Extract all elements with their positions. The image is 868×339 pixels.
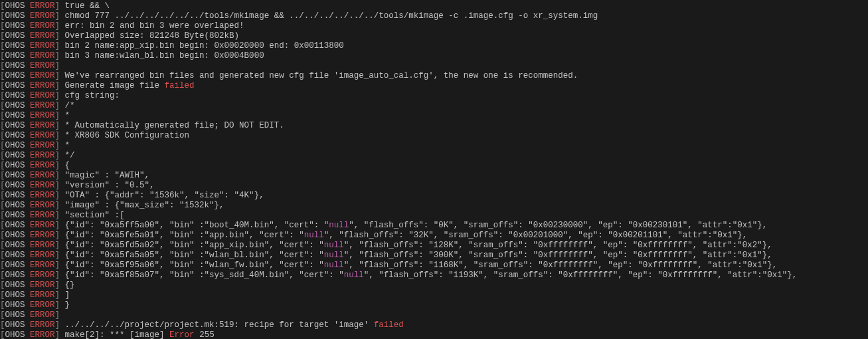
log-source: OHOS <box>5 61 25 70</box>
log-level: ERROR <box>30 221 55 230</box>
bracket-close: ] <box>55 251 60 260</box>
null-keyword: null <box>329 221 349 230</box>
log-source: OHOS <box>5 51 25 60</box>
bracket-close: ] <box>55 281 60 290</box>
bracket-open: [ <box>0 261 5 270</box>
log-source: OHOS <box>5 161 25 170</box>
log-source: OHOS <box>5 121 25 130</box>
log-level: ERROR <box>30 21 55 31</box>
bracket-open: [ <box>0 330 5 339</box>
log-source: OHOS <box>5 11 25 21</box>
log-message: } <box>60 300 70 310</box>
log-line: [OHOS ERROR] {"id": "0xa5fd5a02", "bin" … <box>0 241 868 251</box>
bracket-open: [ <box>0 111 5 120</box>
bracket-close: ] <box>55 241 60 250</box>
log-line: [OHOS ERROR] } <box>0 300 868 310</box>
log-level: ERROR <box>30 241 55 250</box>
log-level: ERROR <box>30 251 55 260</box>
null-keyword: null <box>324 261 344 270</box>
log-message: "OTA" : {"addr": "1536k", "size": "4K"}, <box>60 191 264 200</box>
log-line: [OHOS ERROR] {} <box>0 281 868 290</box>
log-message: bin 2 name:app_xip.bin begin: 0x00020000… <box>60 41 344 51</box>
bracket-open: [ <box>0 131 5 140</box>
log-message: err: bin 2 and bin 3 were overlaped! <box>60 21 244 31</box>
bracket-close: ] <box>55 31 60 41</box>
bracket-open: [ <box>0 290 5 300</box>
log-source: OHOS <box>5 241 25 250</box>
log-message: * <box>60 111 70 120</box>
log-line: [OHOS ERROR] "magic" : "AWIH", <box>0 171 868 181</box>
log-source: OHOS <box>5 310 25 320</box>
log-line: [OHOS ERROR] {"id": "0xa5fa5a05", "bin" … <box>0 251 868 261</box>
bracket-open: [ <box>0 310 5 320</box>
log-message: * XR806 SDK Configuration <box>60 131 189 140</box>
bracket-close: ] <box>55 171 60 180</box>
bracket-close: ] <box>55 221 60 230</box>
log-message: "section" :[ <box>60 211 125 220</box>
log-message: chmod 777 ../../../../../../tools/mkimag… <box>60 11 598 21</box>
log-line: [OHOS ERROR] * Automatically generated f… <box>0 121 868 131</box>
log-level: ERROR <box>30 31 55 41</box>
bracket-open: [ <box>0 211 5 220</box>
bracket-close: ] <box>55 11 60 21</box>
log-line: [OHOS ERROR] { <box>0 161 868 171</box>
log-line: [OHOS ERROR] "OTA" : {"addr": "1536k", "… <box>0 191 868 201</box>
log-message: {"id": "0xa5ff5a00", "bin" :"boot_40M.bi… <box>60 221 329 230</box>
bracket-open: [ <box>0 231 5 240</box>
log-source: OHOS <box>5 211 25 220</box>
bracket-close: ] <box>55 131 60 140</box>
log-line: [OHOS ERROR] ../../../../project/project… <box>0 320 868 330</box>
log-message: {"id": "0xa5f85a07", "bin" :"sys_sdd_40M… <box>60 271 344 280</box>
failed-keyword: failed <box>165 81 195 90</box>
bracket-close: ] <box>55 41 60 51</box>
log-line: [OHOS ERROR] <box>0 310 868 320</box>
log-line: [OHOS ERROR] Overlapped size: 821248 Byt… <box>0 31 868 41</box>
log-message: "version" : "0.5", <box>60 181 155 190</box>
log-line: [OHOS ERROR] "image" : {"max_size": "153… <box>0 201 868 211</box>
bracket-open: [ <box>0 300 5 310</box>
log-level: ERROR <box>30 71 55 80</box>
log-message-post: ", "flash_offs": "1168K", "sram_offs": "… <box>344 261 778 270</box>
log-source: OHOS <box>5 191 25 200</box>
log-source: OHOS <box>5 330 25 339</box>
bracket-open: [ <box>0 191 5 200</box>
log-level: ERROR <box>30 310 55 320</box>
bracket-close: ] <box>55 271 60 280</box>
log-line: [OHOS ERROR] bin 3 name:wlan_bl.bin begi… <box>0 51 868 61</box>
log-message: ] <box>60 290 70 300</box>
log-level: ERROR <box>30 141 55 150</box>
log-level: ERROR <box>30 51 55 60</box>
log-level: ERROR <box>30 91 55 100</box>
log-level: ERROR <box>30 161 55 170</box>
error-code: 255 <box>195 330 215 339</box>
bracket-open: [ <box>0 241 5 250</box>
log-message: /* <box>60 101 75 110</box>
log-level: ERROR <box>30 191 55 200</box>
log-line: [OHOS ERROR] make[2]: *** [image] Error … <box>0 330 868 339</box>
log-message: {} <box>60 281 75 290</box>
log-level: ERROR <box>30 211 55 220</box>
bracket-close: ] <box>55 71 60 80</box>
bracket-close: ] <box>55 81 60 90</box>
bracket-open: [ <box>0 251 5 260</box>
log-line: [OHOS ERROR] * XR806 SDK Configuration <box>0 131 868 141</box>
log-source: OHOS <box>5 290 25 300</box>
log-source: OHOS <box>5 171 25 180</box>
log-level: ERROR <box>30 81 55 90</box>
log-line: [OHOS ERROR] */ <box>0 151 868 161</box>
log-level: ERROR <box>30 11 55 21</box>
null-keyword: null <box>344 271 364 280</box>
bracket-open: [ <box>0 51 5 60</box>
bracket-open: [ <box>0 161 5 170</box>
bracket-open: [ <box>0 320 5 330</box>
log-line: [OHOS ERROR] err: bin 2 and bin 3 were o… <box>0 21 868 31</box>
log-level: ERROR <box>30 171 55 180</box>
log-message: cfg string: <box>60 91 120 100</box>
log-line: [OHOS ERROR] We've rearranged bin files … <box>0 71 868 81</box>
bracket-open: [ <box>0 61 5 70</box>
bracket-open: [ <box>0 31 5 41</box>
bracket-close: ] <box>55 300 60 310</box>
log-level: ERROR <box>30 151 55 160</box>
log-message: { <box>60 161 70 170</box>
log-level: ERROR <box>30 271 55 280</box>
